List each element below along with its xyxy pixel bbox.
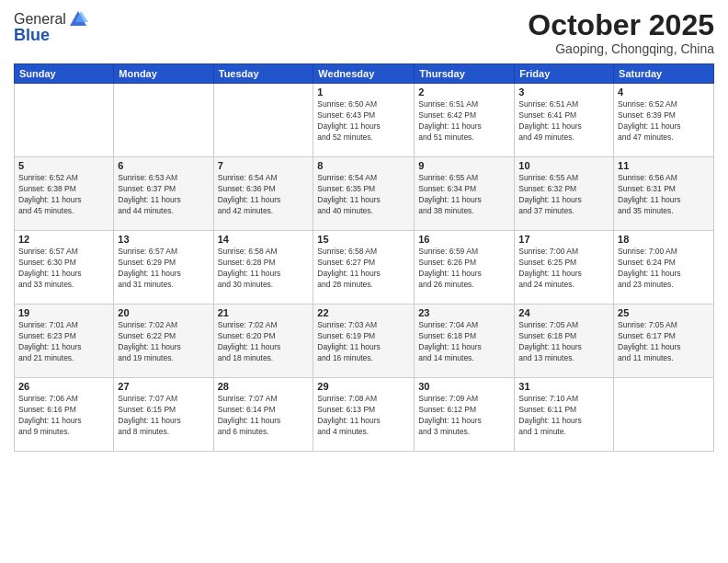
table-row: 1Sunrise: 6:50 AMSunset: 6:43 PMDaylight… [313,84,415,157]
day-info: Sunrise: 6:53 AMSunset: 6:37 PMDaylight:… [118,173,209,217]
day-info: Sunrise: 7:01 AMSunset: 6:23 PMDaylight:… [18,320,109,364]
day-number: 30 [418,381,510,392]
day-info: Sunrise: 6:54 AMSunset: 6:35 PMDaylight:… [317,173,410,217]
table-row: 4Sunrise: 6:52 AMSunset: 6:39 PMDaylight… [614,84,714,157]
day-info: Sunrise: 7:05 AMSunset: 6:17 PMDaylight:… [618,320,710,364]
table-row: 13Sunrise: 6:57 AMSunset: 6:29 PMDayligh… [114,231,213,304]
table-row: 10Sunrise: 6:55 AMSunset: 6:32 PMDayligh… [515,157,614,231]
day-info: Sunrise: 6:58 AMSunset: 6:27 PMDaylight:… [317,247,410,291]
calendar-week-row: 26Sunrise: 7:06 AMSunset: 6:16 PMDayligh… [15,378,714,452]
day-number: 6 [118,160,209,171]
day-number: 1 [317,86,410,98]
day-info: Sunrise: 6:51 AMSunset: 6:42 PMDaylight:… [418,99,510,144]
day-number: 7 [218,160,310,171]
day-info: Sunrise: 6:55 AMSunset: 6:34 PMDaylight:… [418,173,510,217]
day-info: Sunrise: 6:59 AMSunset: 6:26 PMDaylight:… [418,247,510,291]
calendar-week-row: 19Sunrise: 7:01 AMSunset: 6:23 PMDayligh… [15,304,714,378]
title-block: October 2025 Gaoping, Chongqing, China [528,9,714,56]
table-row: 11Sunrise: 6:56 AMSunset: 6:31 PMDayligh… [614,157,714,231]
calendar-header-row: Sunday Monday Tuesday Wednesday Thursday… [15,64,714,84]
day-number: 4 [618,86,710,98]
day-number: 15 [317,234,410,245]
table-row: 9Sunrise: 6:55 AMSunset: 6:34 PMDaylight… [415,157,515,231]
table-row: 18Sunrise: 7:00 AMSunset: 6:24 PMDayligh… [614,231,714,304]
col-friday: Friday [515,64,614,84]
day-info: Sunrise: 7:06 AMSunset: 6:16 PMDaylight:… [18,394,109,438]
day-info: Sunrise: 7:00 AMSunset: 6:25 PMDaylight:… [518,247,609,291]
day-number: 21 [218,307,310,318]
calendar-week-row: 5Sunrise: 6:52 AMSunset: 6:38 PMDaylight… [15,157,714,231]
day-number: 17 [518,234,609,245]
col-tuesday: Tuesday [213,64,313,84]
day-number: 12 [18,234,109,245]
day-number: 31 [518,381,609,392]
day-number: 25 [618,307,710,318]
col-monday: Monday [114,64,213,84]
table-row: 31Sunrise: 7:10 AMSunset: 6:11 PMDayligh… [515,378,614,452]
table-row: 22Sunrise: 7:03 AMSunset: 6:19 PMDayligh… [313,304,415,378]
page-header: General Blue October 2025 Gaoping, Chong… [14,9,714,56]
day-number: 23 [418,307,510,318]
day-info: Sunrise: 7:00 AMSunset: 6:24 PMDaylight:… [618,247,710,291]
day-number: 19 [18,307,109,318]
day-number: 22 [317,307,410,318]
day-info: Sunrise: 7:04 AMSunset: 6:18 PMDaylight:… [418,320,510,364]
logo: General Blue [14,9,88,45]
day-info: Sunrise: 7:05 AMSunset: 6:18 PMDaylight:… [518,320,609,364]
day-number: 5 [18,160,109,171]
day-info: Sunrise: 6:52 AMSunset: 6:39 PMDaylight:… [618,99,710,144]
col-wednesday: Wednesday [313,64,415,84]
col-thursday: Thursday [415,64,515,84]
logo-icon [68,9,88,29]
table-row: 19Sunrise: 7:01 AMSunset: 6:23 PMDayligh… [15,304,114,378]
day-number: 28 [218,381,310,392]
table-row [15,84,114,157]
table-row: 12Sunrise: 6:57 AMSunset: 6:30 PMDayligh… [15,231,114,304]
table-row: 23Sunrise: 7:04 AMSunset: 6:18 PMDayligh… [415,304,515,378]
table-row: 15Sunrise: 6:58 AMSunset: 6:27 PMDayligh… [313,231,415,304]
table-row: 7Sunrise: 6:54 AMSunset: 6:36 PMDaylight… [213,157,313,231]
table-row [614,378,714,452]
day-number: 29 [317,381,410,392]
month-title: October 2025 [528,9,714,41]
day-number: 20 [118,307,209,318]
table-row: 25Sunrise: 7:05 AMSunset: 6:17 PMDayligh… [614,304,714,378]
table-row: 21Sunrise: 7:02 AMSunset: 6:20 PMDayligh… [213,304,313,378]
table-row: 16Sunrise: 6:59 AMSunset: 6:26 PMDayligh… [415,231,515,304]
calendar-table: Sunday Monday Tuesday Wednesday Thursday… [14,63,714,452]
table-row [114,84,213,157]
day-info: Sunrise: 6:57 AMSunset: 6:30 PMDaylight:… [18,247,109,291]
table-row: 26Sunrise: 7:06 AMSunset: 6:16 PMDayligh… [15,378,114,452]
table-row: 5Sunrise: 6:52 AMSunset: 6:38 PMDaylight… [15,157,114,231]
day-info: Sunrise: 6:52 AMSunset: 6:38 PMDaylight:… [18,173,109,217]
day-info: Sunrise: 7:07 AMSunset: 6:14 PMDaylight:… [218,394,310,438]
day-number: 9 [418,160,510,171]
day-info: Sunrise: 7:08 AMSunset: 6:13 PMDaylight:… [317,394,410,438]
table-row: 24Sunrise: 7:05 AMSunset: 6:18 PMDayligh… [515,304,614,378]
table-row: 14Sunrise: 6:58 AMSunset: 6:28 PMDayligh… [213,231,313,304]
day-number: 18 [618,234,710,245]
day-info: Sunrise: 6:54 AMSunset: 6:36 PMDaylight:… [218,173,310,217]
col-sunday: Sunday [15,64,114,84]
day-number: 24 [518,307,609,318]
day-number: 8 [317,160,410,171]
table-row: 29Sunrise: 7:08 AMSunset: 6:13 PMDayligh… [313,378,415,452]
calendar-week-row: 12Sunrise: 6:57 AMSunset: 6:30 PMDayligh… [15,231,714,304]
day-info: Sunrise: 7:10 AMSunset: 6:11 PMDaylight:… [518,394,609,438]
day-number: 11 [618,160,710,171]
day-info: Sunrise: 6:55 AMSunset: 6:32 PMDaylight:… [518,173,609,217]
table-row [213,84,313,157]
day-info: Sunrise: 7:03 AMSunset: 6:19 PMDaylight:… [317,320,410,364]
day-info: Sunrise: 6:51 AMSunset: 6:41 PMDaylight:… [518,99,609,144]
day-info: Sunrise: 7:09 AMSunset: 6:12 PMDaylight:… [418,394,510,438]
table-row: 27Sunrise: 7:07 AMSunset: 6:15 PMDayligh… [114,378,213,452]
day-number: 26 [18,381,109,392]
table-row: 20Sunrise: 7:02 AMSunset: 6:22 PMDayligh… [114,304,213,378]
col-saturday: Saturday [614,64,714,84]
day-number: 14 [218,234,310,245]
day-number: 3 [518,86,609,98]
calendar-week-row: 1Sunrise: 6:50 AMSunset: 6:43 PMDaylight… [15,84,714,157]
location: Gaoping, Chongqing, China [528,41,714,56]
day-number: 10 [518,160,609,171]
table-row: 8Sunrise: 6:54 AMSunset: 6:35 PMDaylight… [313,157,415,231]
